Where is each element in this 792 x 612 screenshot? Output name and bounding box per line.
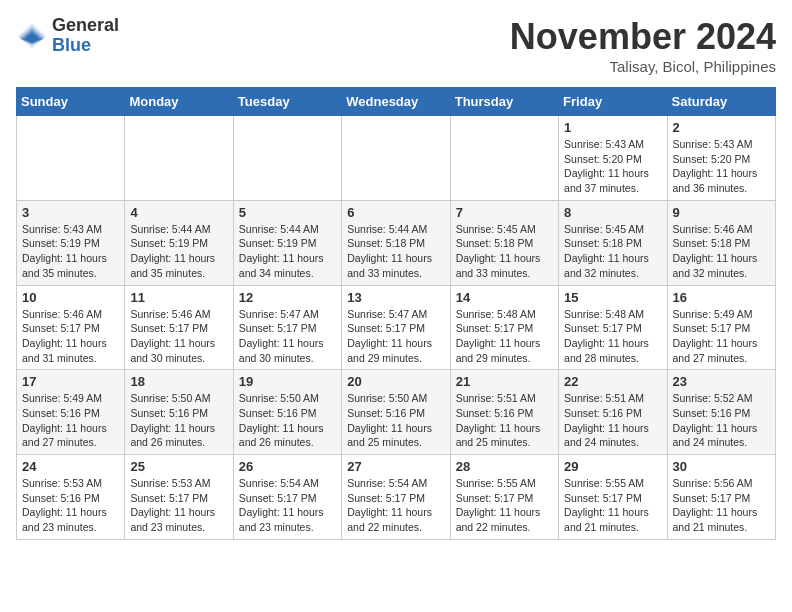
calendar-week-row: 3Sunrise: 5:43 AM Sunset: 5:19 PM Daylig… xyxy=(17,200,776,285)
day-number: 4 xyxy=(130,205,227,220)
weekday-header-sunday: Sunday xyxy=(17,88,125,116)
calendar-week-row: 10Sunrise: 5:46 AM Sunset: 5:17 PM Dayli… xyxy=(17,285,776,370)
day-info: Sunrise: 5:43 AM Sunset: 5:20 PM Dayligh… xyxy=(564,137,661,196)
day-number: 9 xyxy=(673,205,770,220)
day-number: 24 xyxy=(22,459,119,474)
day-info: Sunrise: 5:54 AM Sunset: 5:17 PM Dayligh… xyxy=(347,476,444,535)
day-number: 2 xyxy=(673,120,770,135)
day-number: 16 xyxy=(673,290,770,305)
calendar-cell: 1Sunrise: 5:43 AM Sunset: 5:20 PM Daylig… xyxy=(559,116,667,201)
day-info: Sunrise: 5:44 AM Sunset: 5:19 PM Dayligh… xyxy=(239,222,336,281)
day-number: 8 xyxy=(564,205,661,220)
calendar-cell: 30Sunrise: 5:56 AM Sunset: 5:17 PM Dayli… xyxy=(667,455,775,540)
day-number: 20 xyxy=(347,374,444,389)
calendar-cell: 9Sunrise: 5:46 AM Sunset: 5:18 PM Daylig… xyxy=(667,200,775,285)
title-area: November 2024 Talisay, Bicol, Philippine… xyxy=(510,16,776,75)
day-info: Sunrise: 5:51 AM Sunset: 5:16 PM Dayligh… xyxy=(456,391,553,450)
day-number: 11 xyxy=(130,290,227,305)
calendar-week-row: 1Sunrise: 5:43 AM Sunset: 5:20 PM Daylig… xyxy=(17,116,776,201)
day-number: 26 xyxy=(239,459,336,474)
day-number: 23 xyxy=(673,374,770,389)
weekday-header-wednesday: Wednesday xyxy=(342,88,450,116)
calendar-cell: 14Sunrise: 5:48 AM Sunset: 5:17 PM Dayli… xyxy=(450,285,558,370)
logo-icon xyxy=(16,20,48,52)
calendar-cell: 15Sunrise: 5:48 AM Sunset: 5:17 PM Dayli… xyxy=(559,285,667,370)
day-info: Sunrise: 5:53 AM Sunset: 5:17 PM Dayligh… xyxy=(130,476,227,535)
calendar-cell: 20Sunrise: 5:50 AM Sunset: 5:16 PM Dayli… xyxy=(342,370,450,455)
day-number: 13 xyxy=(347,290,444,305)
calendar-header-row: SundayMondayTuesdayWednesdayThursdayFrid… xyxy=(17,88,776,116)
day-info: Sunrise: 5:50 AM Sunset: 5:16 PM Dayligh… xyxy=(347,391,444,450)
calendar-week-row: 24Sunrise: 5:53 AM Sunset: 5:16 PM Dayli… xyxy=(17,455,776,540)
calendar-cell: 22Sunrise: 5:51 AM Sunset: 5:16 PM Dayli… xyxy=(559,370,667,455)
day-number: 6 xyxy=(347,205,444,220)
calendar-cell: 6Sunrise: 5:44 AM Sunset: 5:18 PM Daylig… xyxy=(342,200,450,285)
day-number: 15 xyxy=(564,290,661,305)
day-number: 27 xyxy=(347,459,444,474)
calendar-cell: 5Sunrise: 5:44 AM Sunset: 5:19 PM Daylig… xyxy=(233,200,341,285)
calendar-cell: 16Sunrise: 5:49 AM Sunset: 5:17 PM Dayli… xyxy=(667,285,775,370)
calendar-cell: 17Sunrise: 5:49 AM Sunset: 5:16 PM Dayli… xyxy=(17,370,125,455)
calendar-cell: 3Sunrise: 5:43 AM Sunset: 5:19 PM Daylig… xyxy=(17,200,125,285)
calendar-cell: 18Sunrise: 5:50 AM Sunset: 5:16 PM Dayli… xyxy=(125,370,233,455)
day-info: Sunrise: 5:54 AM Sunset: 5:17 PM Dayligh… xyxy=(239,476,336,535)
day-info: Sunrise: 5:47 AM Sunset: 5:17 PM Dayligh… xyxy=(239,307,336,366)
calendar-cell: 12Sunrise: 5:47 AM Sunset: 5:17 PM Dayli… xyxy=(233,285,341,370)
day-number: 25 xyxy=(130,459,227,474)
day-number: 7 xyxy=(456,205,553,220)
logo: General Blue xyxy=(16,16,119,56)
calendar-cell: 25Sunrise: 5:53 AM Sunset: 5:17 PM Dayli… xyxy=(125,455,233,540)
day-number: 29 xyxy=(564,459,661,474)
day-info: Sunrise: 5:48 AM Sunset: 5:17 PM Dayligh… xyxy=(564,307,661,366)
day-info: Sunrise: 5:53 AM Sunset: 5:16 PM Dayligh… xyxy=(22,476,119,535)
calendar-cell: 19Sunrise: 5:50 AM Sunset: 5:16 PM Dayli… xyxy=(233,370,341,455)
calendar-cell: 28Sunrise: 5:55 AM Sunset: 5:17 PM Dayli… xyxy=(450,455,558,540)
day-number: 21 xyxy=(456,374,553,389)
day-info: Sunrise: 5:44 AM Sunset: 5:19 PM Dayligh… xyxy=(130,222,227,281)
calendar-cell xyxy=(17,116,125,201)
calendar-cell: 2Sunrise: 5:43 AM Sunset: 5:20 PM Daylig… xyxy=(667,116,775,201)
day-info: Sunrise: 5:43 AM Sunset: 5:19 PM Dayligh… xyxy=(22,222,119,281)
location-subtitle: Talisay, Bicol, Philippines xyxy=(510,58,776,75)
day-number: 28 xyxy=(456,459,553,474)
calendar-cell: 29Sunrise: 5:55 AM Sunset: 5:17 PM Dayli… xyxy=(559,455,667,540)
day-info: Sunrise: 5:49 AM Sunset: 5:16 PM Dayligh… xyxy=(22,391,119,450)
day-number: 12 xyxy=(239,290,336,305)
weekday-header-thursday: Thursday xyxy=(450,88,558,116)
day-info: Sunrise: 5:46 AM Sunset: 5:17 PM Dayligh… xyxy=(130,307,227,366)
calendar-week-row: 17Sunrise: 5:49 AM Sunset: 5:16 PM Dayli… xyxy=(17,370,776,455)
day-info: Sunrise: 5:46 AM Sunset: 5:18 PM Dayligh… xyxy=(673,222,770,281)
calendar-table: SundayMondayTuesdayWednesdayThursdayFrid… xyxy=(16,87,776,540)
day-info: Sunrise: 5:45 AM Sunset: 5:18 PM Dayligh… xyxy=(456,222,553,281)
weekday-header-saturday: Saturday xyxy=(667,88,775,116)
day-number: 10 xyxy=(22,290,119,305)
calendar-cell: 8Sunrise: 5:45 AM Sunset: 5:18 PM Daylig… xyxy=(559,200,667,285)
calendar-cell: 21Sunrise: 5:51 AM Sunset: 5:16 PM Dayli… xyxy=(450,370,558,455)
calendar-cell: 26Sunrise: 5:54 AM Sunset: 5:17 PM Dayli… xyxy=(233,455,341,540)
calendar-cell xyxy=(233,116,341,201)
weekday-header-friday: Friday xyxy=(559,88,667,116)
day-number: 14 xyxy=(456,290,553,305)
calendar-cell: 24Sunrise: 5:53 AM Sunset: 5:16 PM Dayli… xyxy=(17,455,125,540)
day-info: Sunrise: 5:48 AM Sunset: 5:17 PM Dayligh… xyxy=(456,307,553,366)
day-number: 3 xyxy=(22,205,119,220)
day-info: Sunrise: 5:52 AM Sunset: 5:16 PM Dayligh… xyxy=(673,391,770,450)
page-header: General Blue November 2024 Talisay, Bico… xyxy=(16,16,776,75)
day-number: 30 xyxy=(673,459,770,474)
day-number: 19 xyxy=(239,374,336,389)
day-info: Sunrise: 5:55 AM Sunset: 5:17 PM Dayligh… xyxy=(564,476,661,535)
day-number: 22 xyxy=(564,374,661,389)
calendar-cell: 4Sunrise: 5:44 AM Sunset: 5:19 PM Daylig… xyxy=(125,200,233,285)
calendar-cell: 10Sunrise: 5:46 AM Sunset: 5:17 PM Dayli… xyxy=(17,285,125,370)
calendar-cell: 13Sunrise: 5:47 AM Sunset: 5:17 PM Dayli… xyxy=(342,285,450,370)
day-info: Sunrise: 5:56 AM Sunset: 5:17 PM Dayligh… xyxy=(673,476,770,535)
day-info: Sunrise: 5:45 AM Sunset: 5:18 PM Dayligh… xyxy=(564,222,661,281)
day-info: Sunrise: 5:50 AM Sunset: 5:16 PM Dayligh… xyxy=(130,391,227,450)
day-number: 1 xyxy=(564,120,661,135)
calendar-cell xyxy=(450,116,558,201)
day-number: 17 xyxy=(22,374,119,389)
calendar-cell: 7Sunrise: 5:45 AM Sunset: 5:18 PM Daylig… xyxy=(450,200,558,285)
weekday-header-tuesday: Tuesday xyxy=(233,88,341,116)
month-title: November 2024 xyxy=(510,16,776,58)
day-info: Sunrise: 5:50 AM Sunset: 5:16 PM Dayligh… xyxy=(239,391,336,450)
